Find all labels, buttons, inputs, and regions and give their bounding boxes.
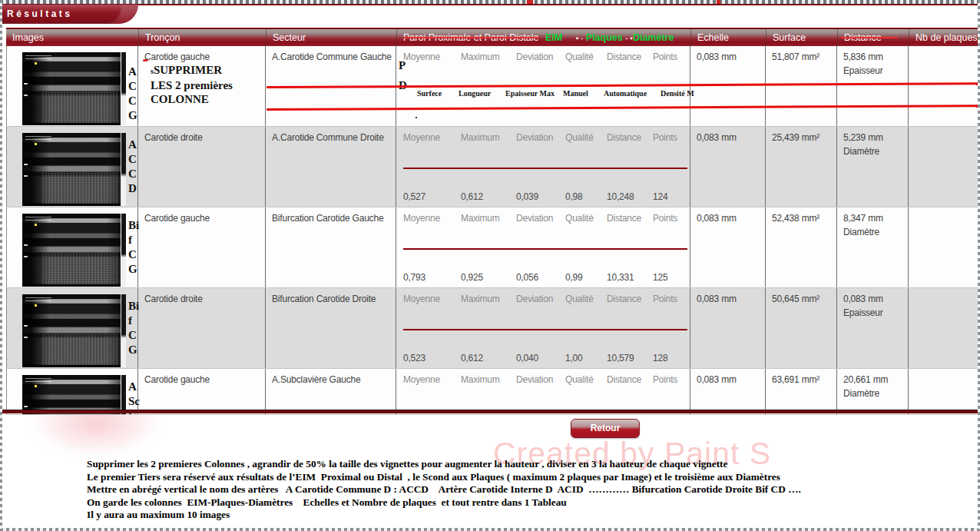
canvas-dashed-border-top (0, 0, 980, 4)
surface-cell: 25,439 mm² (766, 127, 837, 207)
nb-plaques-cell (909, 369, 978, 414)
surface-value: 52,438 mm² (772, 213, 819, 224)
plaque-subheader: Densité M (661, 89, 694, 98)
surface-value: 50,645 mm² (772, 294, 819, 304)
separator-glyph: ▪ - (576, 34, 584, 42)
col-header-distance: Distance (837, 29, 909, 46)
separator-glyph: - ▪ (625, 34, 633, 42)
distance-cell: 8,347 mmDiamètre (837, 207, 909, 287)
nb-plaques-cell (909, 127, 978, 207)
note-line: Il y aura au maximum 10 images (87, 509, 962, 522)
eim-measure-values: 0,5230,6120,0401,0010,579128 (396, 353, 690, 363)
plaque-subheader: Epaisseur Max (505, 89, 555, 98)
secteur-cell: Bifurcation Carotide Droite (266, 288, 396, 368)
ultrasound-image[interactable] (22, 214, 121, 287)
note-line: Le premier Tiers sera réservé aux résult… (87, 471, 962, 484)
distance-type: Diamètre (843, 227, 879, 237)
table-row: BifCG Carotide droite Bifurcation Caroti… (6, 288, 978, 369)
thumbnail-overlay-text (25, 55, 51, 61)
echelle-value: 0,083 mm (697, 294, 737, 304)
table-row: BifCG Carotide gauche Bifurcation Caroti… (6, 207, 978, 288)
thumbnail-marker-dot (35, 385, 37, 387)
troncon-value: Carotide droite (144, 132, 203, 143)
measure-underline (403, 248, 687, 250)
paroi-struck-label: Paroi Proximale et Paroi Distale (403, 32, 538, 43)
distance-value: 8,347 mm (843, 213, 883, 224)
red-paint-mark (717, 0, 720, 4)
plaque-subheader: Manuel (563, 89, 588, 98)
table-header-row: Images Tronçon Secteur Paroi Proximale e… (6, 28, 978, 46)
retour-button[interactable]: Retour (571, 419, 640, 438)
echelle-cell: 0,083 mm (690, 288, 766, 368)
col-header-images: Images (6, 29, 138, 46)
plaque-subheader: Surfece (417, 89, 442, 98)
ultrasound-image[interactable] (22, 294, 121, 367)
images-cell: BifCG (6, 288, 138, 368)
distance-cell: 0,083 mmEpaisseur (837, 288, 909, 368)
surface-value: 51,807 mm² (772, 51, 819, 62)
ultrasound-image[interactable] (22, 133, 121, 206)
distance-type: Epaisseur (843, 307, 883, 318)
images-cell: AScG (6, 369, 138, 414)
table-row: ACCD Carotide droite A.Carotide Commune … (6, 127, 978, 207)
secteur-value: A.Subclavière Gauche (272, 374, 360, 385)
canvas-dashed-border-left (0, 0, 2, 531)
surface-cell: 50,645 mm² (766, 288, 837, 368)
troncon-value: Carotide gauche (144, 213, 210, 224)
col-header-paroi: Paroi Proximale et Paroi Distale EIM ▪ -… (396, 29, 690, 46)
supprimer-annotation: sSUPPRIMER LES 2 premières COLONNE (151, 63, 233, 106)
images-cell: ACCD (6, 127, 138, 207)
top-red-rule (0, 4, 980, 5)
surface-cell: 52,438 mm² (766, 207, 837, 287)
distance-cell: 20,661 mmDiamètre (837, 369, 909, 414)
thumbnail-tick (24, 325, 28, 327)
troncon-cell: Carotide droite (138, 127, 266, 207)
echelle-value: 0,083 mm (697, 374, 737, 385)
eim-measure-headers: MoyenneMaximumDeviationQualitéDistancePo… (396, 374, 690, 385)
thumbnail-tick (24, 406, 28, 407)
nb-plaques-cell (909, 46, 978, 126)
distance-type: Epaisseur (843, 65, 883, 76)
secteur-cell: Bifurcation Carotide Gauche (266, 207, 396, 287)
eim-cell: MoyenneMaximumDeviationQualitéDistancePo… (396, 288, 690, 368)
thumbnail-tick (24, 337, 28, 338)
eim-measure-values: 0,5270,6120,0390,9810,248124 (396, 191, 690, 202)
nb-plaques-cell (909, 288, 978, 368)
distance-value: 0,083 mm (843, 294, 883, 304)
thumbnail-scale-bar (121, 52, 126, 125)
measure-underline (403, 329, 687, 330)
thumbnail-tick (24, 175, 28, 177)
troncon-cell: Carotide gauche (138, 369, 266, 414)
col-header-surface: Surface (766, 29, 837, 46)
distance-strikethrough (841, 37, 898, 38)
echelle-cell: 0,083 mm (690, 369, 766, 414)
echelle-cell: 0,083 mm (690, 207, 766, 287)
tab-resultats[interactable]: Résultats (0, 5, 121, 22)
echelle-cell: 0,083 mm (690, 46, 766, 126)
thumbnail-tick (24, 244, 28, 246)
eim-measure-headers: MoyenneMaximumDeviationQualitéDistancePo… (396, 51, 690, 62)
secteur-value: A.Carotide Commune Droite (272, 132, 384, 143)
nb-plaques-cell (909, 207, 978, 287)
distance-value: 5,836 mm (843, 51, 883, 62)
annotation-notes: Supprimer les 2 premieres Colonnes , agr… (87, 458, 962, 522)
distance-value: 20,661 mm (843, 374, 888, 385)
plaque-subheader: Automatique (604, 89, 647, 98)
thumbnail-tick (24, 256, 28, 257)
troncon-value: Carotide gauche (144, 51, 210, 62)
ultrasound-image[interactable] (22, 52, 121, 125)
echelle-value: 0,083 mm (697, 51, 737, 62)
thumbnail-scale-bar (121, 214, 126, 287)
distance-cell: 5,836 mmEpaisseur (837, 46, 909, 126)
plaque-subheader: Longueur (459, 89, 491, 98)
surface-cell: 51,807 mm² (766, 46, 837, 126)
thumbnail-marker-dot (35, 224, 37, 226)
thumbnail-tick (24, 83, 28, 85)
note-line: On garde les colonnes EIM-Plaques-Diamèt… (87, 496, 962, 509)
secteur-value: Bifurcation Carotide Droite (272, 294, 376, 304)
thumbnail-tick (24, 95, 28, 96)
distance-cell: 5,239 mmDiamètre (837, 127, 909, 207)
distance-type: Diamètre (843, 146, 879, 157)
troncon-cell: Carotide gauche (138, 207, 266, 287)
surface-cell: 63,691 mm² (766, 369, 837, 414)
